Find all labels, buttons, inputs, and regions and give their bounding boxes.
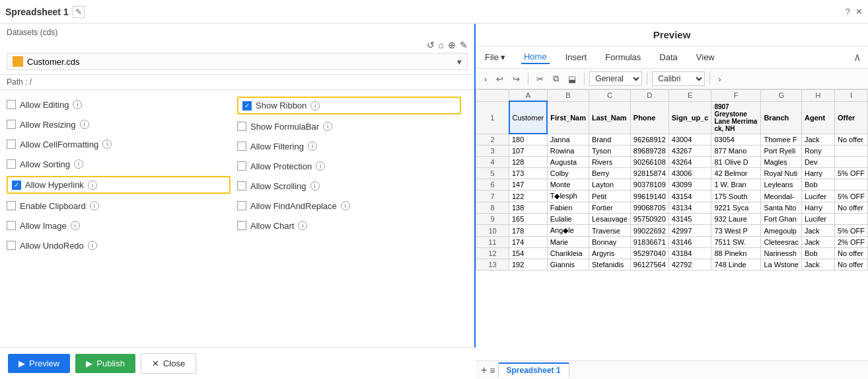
table-cell[interactable]: 43146 [669,237,711,248]
info-allow-editing[interactable]: i [73,100,82,109]
close-button[interactable]: ✕ Close [141,353,196,374]
checkbox-show-formulabar[interactable] [237,122,246,131]
table-cell[interactable]: Layton [589,179,630,190]
table-cell[interactable]: Jack [802,134,835,146]
table-cell[interactable]: Petit [589,190,630,202]
info-allow-sorting[interactable]: i [74,159,83,169]
table-cell[interactable]: Lesauvage [589,214,630,225]
col-header-h[interactable]: H [802,90,835,102]
table-cell[interactable]: 81 Olive D [711,157,761,168]
undo-button[interactable]: ↩ [493,73,507,85]
table-cell[interactable]: Agent [802,101,835,134]
info-allow-cellformatting[interactable]: i [102,140,112,149]
table-cell[interactable]: 178 [509,225,548,237]
table-cell[interactable]: 43006 [669,168,711,179]
table-cell[interactable]: Phone [630,101,669,134]
table-cell[interactable]: Eulalie [547,214,589,225]
info-show-formulabar[interactable]: i [323,122,332,131]
table-cell[interactable]: Jack [802,259,835,271]
table-cell[interactable]: 43264 [669,157,711,168]
table-cell[interactable]: 43267 [669,146,711,157]
checkbox-allow-hyperlink[interactable]: ✓ [12,181,21,190]
copy-button[interactable]: ⧉ [550,72,562,85]
paste-button[interactable]: ⬓ [565,73,579,85]
sheet-tab-spreadsheet1[interactable]: Spreadsheet 1 [498,362,569,378]
table-cell[interactable]: Rivers [589,157,630,168]
table-cell[interactable]: Harry [802,168,835,179]
table-cell[interactable]: Fabien [547,202,589,214]
info-allow-scrolling[interactable]: i [310,181,320,190]
table-cell[interactable]: 180 [509,134,548,146]
table-cell[interactable]: Jack [802,237,835,248]
table-cell[interactable]: No offer [835,248,868,259]
ribbon-insert[interactable]: Insert [563,51,590,63]
table-cell[interactable]: 43099 [669,179,711,190]
dataset-row[interactable]: Customer.cds ▾ [7,53,468,70]
table-cell[interactable]: Leyleans [761,179,802,190]
table-cell[interactable]: 43134 [669,202,711,214]
info-allow-filtering[interactable]: i [308,142,317,151]
ribbon-data[interactable]: Data [657,51,680,63]
info-show-ribbon[interactable]: i [310,101,320,110]
checkbox-allow-findandreplace[interactable] [237,201,246,210]
col-header-c[interactable]: C [589,90,630,102]
table-cell[interactable]: 7511 SW. [711,237,761,248]
table-cell[interactable]: 95750920 [630,214,669,225]
back-nav-button[interactable]: ‹ [481,73,490,85]
table-cell[interactable]: 192 [509,259,548,271]
table-cell[interactable] [835,157,868,168]
table-cell[interactable] [835,179,868,190]
forward-nav-button[interactable]: › [715,73,724,85]
table-cell[interactable]: 96127564 [630,259,669,271]
checkbox-allow-protection[interactable] [237,161,246,171]
checkbox-allow-sorting[interactable] [7,159,16,169]
table-cell[interactable]: Marie [547,237,589,248]
table-cell[interactable]: 73 West P [711,225,761,237]
info-allow-hyperlink[interactable]: i [88,181,97,190]
table-cell[interactable]: 174 [509,237,548,248]
table-cell[interactable]: 154 [509,248,548,259]
table-cell[interactable]: Janna [547,134,589,146]
format-select[interactable]: General [589,71,642,86]
ribbon-home[interactable]: Home [521,50,550,64]
table-cell[interactable]: Cleteesrac [761,237,802,248]
table-cell[interactable]: 43154 [669,190,711,202]
table-cell[interactable]: Sign_up_c [669,101,711,134]
table-cell[interactable]: Bonnay [589,237,630,248]
table-cell[interactable]: Offer [835,101,868,134]
edit-icon[interactable]: ✎ [460,40,468,50]
table-cell[interactable]: 90378109 [630,179,669,190]
checkbox-enable-clipboard[interactable] [7,201,16,210]
table-cell[interactable]: Customer [509,101,548,134]
col-header-e[interactable]: E [669,90,711,102]
table-cell[interactable]: 8907 Greystone Lane Merrima ck, NH [711,101,761,134]
checkbox-allow-editing[interactable] [7,100,16,109]
table-cell[interactable]: Fort Ghan [761,214,802,225]
col-header-i[interactable]: I [835,90,868,102]
sheet-menu-button[interactable]: ≡ [489,365,495,376]
table-cell[interactable]: 42 Belmor [711,168,761,179]
table-cell[interactable]: Royal Nuti [761,168,802,179]
help-icon[interactable]: ? [846,7,850,17]
table-cell[interactable]: 89689728 [630,146,669,157]
table-cell[interactable]: T◆lesph [547,190,589,202]
info-allow-resizing[interactable]: i [80,120,89,129]
table-cell[interactable]: Magles [761,157,802,168]
table-cell[interactable]: Meondal- [761,190,802,202]
table-cell[interactable]: 9221 Syca [711,202,761,214]
table-cell[interactable]: 107 [509,146,548,157]
title-edit-icon[interactable]: ✎ [73,6,85,18]
table-cell[interactable]: 91836671 [630,237,669,248]
ribbon-file[interactable]: File ▾ [482,51,508,63]
table-cell[interactable]: Jack [802,225,835,237]
table-cell[interactable]: Branch [761,101,802,134]
info-allow-chart[interactable]: i [298,221,307,230]
table-cell[interactable]: 42792 [669,259,711,271]
checkbox-show-ribbon[interactable]: ✓ [242,101,252,110]
home-icon[interactable]: ⌂ [439,40,444,50]
table-cell[interactable]: Thomee F [761,134,802,146]
table-cell[interactable]: 5% OFF [835,225,868,237]
table-cell[interactable]: Brand [589,134,630,146]
table-cell[interactable]: Ang◆le [547,225,589,237]
table-cell[interactable]: 96268912 [630,134,669,146]
